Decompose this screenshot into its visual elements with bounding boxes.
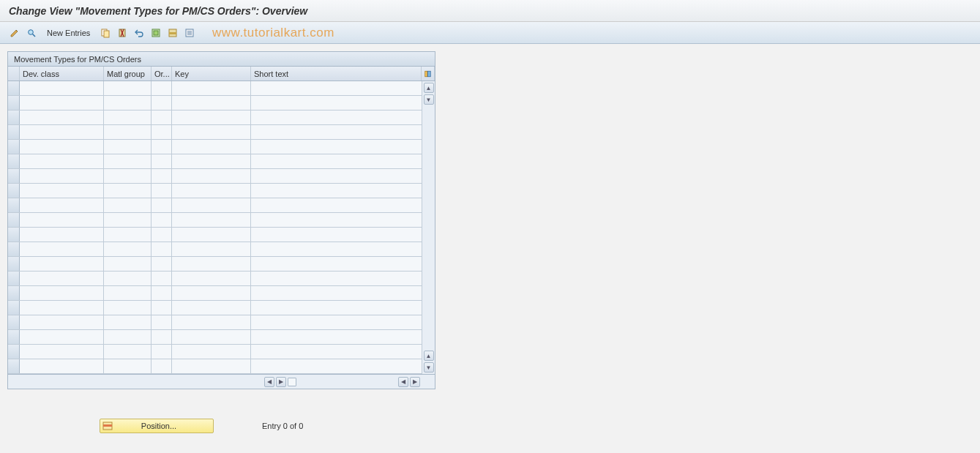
cell-short-text[interactable] [251, 359, 422, 373]
cell-dev-class[interactable] [20, 154, 104, 168]
cell-short-text[interactable] [251, 272, 422, 285]
cell-dev-class[interactable] [20, 81, 104, 95]
cell-matl-group[interactable] [104, 140, 152, 154]
cell-dev-class[interactable] [20, 242, 104, 256]
cell-dev-class[interactable] [20, 125, 104, 139]
cell-matl-group[interactable] [104, 198, 152, 212]
cell-short-text[interactable] [251, 301, 422, 315]
cell-key[interactable] [172, 213, 251, 227]
cell-order[interactable] [152, 184, 172, 198]
row-selector[interactable] [8, 213, 20, 227]
cell-order[interactable] [152, 359, 172, 373]
row-selector[interactable] [8, 154, 20, 168]
row-selector[interactable] [8, 169, 20, 183]
cell-short-text[interactable] [251, 198, 422, 212]
cell-short-text[interactable] [251, 169, 422, 183]
cell-short-text[interactable] [251, 242, 422, 256]
scroll-track[interactable] [424, 106, 434, 351]
column-header-order[interactable]: Or... [152, 67, 172, 81]
toggle-display-change-icon[interactable] [7, 26, 22, 40]
cell-dev-class[interactable] [20, 169, 104, 183]
cell-order[interactable] [152, 125, 172, 139]
cell-dev-class[interactable] [20, 330, 104, 344]
cell-order[interactable] [152, 242, 172, 256]
hscroll-left-end-icon[interactable]: ◀ [398, 377, 408, 387]
position-button[interactable]: Position... [100, 419, 214, 433]
cell-dev-class[interactable] [20, 301, 104, 315]
cell-order[interactable] [152, 286, 172, 300]
cell-matl-group[interactable] [104, 242, 152, 256]
cell-matl-group[interactable] [104, 345, 152, 359]
scroll-down-bottom-icon[interactable]: ▼ [424, 362, 434, 372]
cell-short-text[interactable] [251, 81, 422, 95]
cell-short-text[interactable] [251, 140, 422, 154]
delete-icon[interactable] [115, 26, 130, 40]
cell-order[interactable] [152, 330, 172, 344]
cell-order[interactable] [152, 315, 172, 329]
cell-key[interactable] [172, 345, 251, 359]
cell-short-text[interactable] [251, 315, 422, 329]
row-selector[interactable] [8, 96, 20, 110]
vertical-scrollbar[interactable]: ▲ ▼ ▲ ▼ [422, 81, 435, 374]
cell-order[interactable] [152, 301, 172, 315]
cell-dev-class[interactable] [20, 96, 104, 110]
hscroll-thumb[interactable] [288, 378, 296, 386]
cell-key[interactable] [172, 184, 251, 198]
cell-short-text[interactable] [251, 330, 422, 344]
cell-key[interactable] [172, 330, 251, 344]
cell-order[interactable] [152, 169, 172, 183]
cell-matl-group[interactable] [104, 213, 152, 227]
cell-order[interactable] [152, 272, 172, 285]
cell-dev-class[interactable] [20, 345, 104, 359]
copy-as-icon[interactable] [98, 26, 113, 40]
row-selector[interactable] [8, 81, 20, 95]
cell-matl-group[interactable] [104, 96, 152, 110]
cell-key[interactable] [172, 81, 251, 95]
cell-matl-group[interactable] [104, 330, 152, 344]
cell-matl-group[interactable] [104, 315, 152, 329]
cell-order[interactable] [152, 228, 172, 242]
select-all-column-header[interactable] [8, 67, 20, 81]
cell-key[interactable] [172, 315, 251, 329]
row-selector[interactable] [8, 140, 20, 154]
cell-key[interactable] [172, 257, 251, 271]
row-selector[interactable] [8, 286, 20, 300]
deselect-all-icon[interactable] [182, 26, 197, 40]
cell-short-text[interactable] [251, 213, 422, 227]
row-selector[interactable] [8, 198, 20, 212]
cell-order[interactable] [152, 140, 172, 154]
cell-matl-group[interactable] [104, 272, 152, 285]
cell-dev-class[interactable] [20, 315, 104, 329]
cell-matl-group[interactable] [104, 286, 152, 300]
row-selector[interactable] [8, 257, 20, 271]
cell-key[interactable] [172, 286, 251, 300]
cell-matl-group[interactable] [104, 125, 152, 139]
cell-dev-class[interactable] [20, 140, 104, 154]
cell-short-text[interactable] [251, 96, 422, 110]
cell-dev-class[interactable] [20, 213, 104, 227]
column-header-key[interactable]: Key [172, 67, 251, 81]
cell-key[interactable] [172, 154, 251, 168]
row-selector[interactable] [8, 301, 20, 315]
column-header-dev-class[interactable]: Dev. class [20, 67, 104, 81]
cell-matl-group[interactable] [104, 184, 152, 198]
row-selector[interactable] [8, 315, 20, 329]
column-header-matl-group[interactable]: Matl group [104, 67, 152, 81]
cell-order[interactable] [152, 257, 172, 271]
cell-key[interactable] [172, 198, 251, 212]
cell-dev-class[interactable] [20, 198, 104, 212]
scroll-up-icon[interactable]: ▲ [424, 83, 434, 93]
cell-order[interactable] [152, 96, 172, 110]
row-selector[interactable] [8, 272, 20, 285]
cell-short-text[interactable] [251, 228, 422, 242]
column-header-short-text[interactable]: Short text [251, 67, 422, 81]
cell-short-text[interactable] [251, 111, 422, 124]
cell-matl-group[interactable] [104, 111, 152, 124]
row-selector[interactable] [8, 228, 20, 242]
cell-order[interactable] [152, 111, 172, 124]
cell-key[interactable] [172, 272, 251, 285]
cell-dev-class[interactable] [20, 286, 104, 300]
cell-order[interactable] [152, 81, 172, 95]
cell-short-text[interactable] [251, 125, 422, 139]
cell-short-text[interactable] [251, 257, 422, 271]
